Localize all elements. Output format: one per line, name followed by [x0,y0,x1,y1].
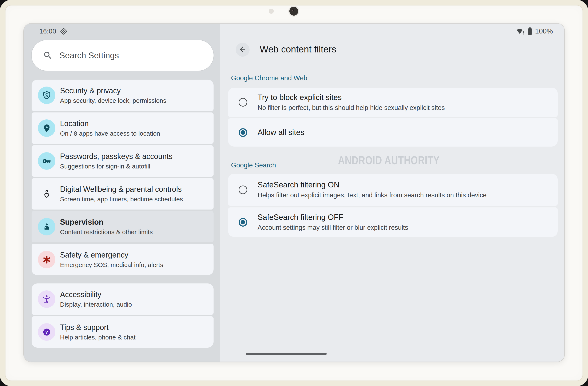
clock-text: 16:00 [39,28,56,35]
sidebar-item-security-privacy[interactable]: Security & privacy App security, device … [32,80,213,111]
sidebar-item-sublabel: Suggestions for sign-in & autofill [60,163,172,170]
accessibility-person-icon [38,290,55,308]
cast-diamond-icon [60,27,68,35]
radio-try-block-explicit[interactable] [239,98,247,106]
battery-percent-text: 100% [535,27,553,35]
svg-text:?: ? [45,329,48,335]
battery-icon [528,27,532,35]
sidebar-item-safety-emergency[interactable]: Safety & emergency Emergency SOS, medica… [32,244,213,275]
sidebar-item-sublabel: Screen time, app timers, bedtime schedul… [60,196,183,203]
sidebar-item-sublabel: Emergency SOS, medical info, alerts [60,261,163,268]
sidebar-item-label: Passwords, passkeys & accounts [60,152,172,161]
gesture-navigation-handle[interactable] [246,353,327,355]
camera-lens [292,9,294,11]
option-safesearch-on[interactable]: SafeSearch filtering ON Helps filter out… [228,174,558,206]
option-title: SafeSearch filtering ON [258,181,486,189]
tablet-bezel: 16:00 [0,0,588,386]
sidebar-item-label: Supervision [60,218,153,227]
sidebar-item-sublabel: Help articles, phone & chat [60,334,136,341]
watermark-text: ANDROID AUTHORITY [338,153,440,167]
wifi-alert-icon [516,27,525,35]
page-title: Web content filters [260,44,336,55]
sidebar-item-label: Digital Wellbeing & parental controls [60,185,183,194]
sidebar-item-sublabel: App security, device lock, permissions [60,97,166,104]
option-subtitle: Account settings may still filter or blu… [258,224,408,231]
sidebar-item-sublabel: Display, interaction, audio [60,301,132,308]
sidebar-item-location[interactable]: Location On / 8 apps have access to loca… [32,112,213,144]
radio-allow-all-sites[interactable] [239,128,247,137]
back-arrow-icon [239,45,247,54]
sidebar-item-label: Location [60,119,160,128]
front-camera [289,7,298,16]
sidebar-item-label: Safety & emergency [60,251,163,260]
emergency-asterisk-icon [38,251,55,268]
option-subtitle: No filter is perfect, but this should he… [258,104,445,112]
settings-app-screen: 16:00 [24,24,565,362]
sidebar-item-accessibility[interactable]: Accessibility Display, interaction, audi… [32,284,213,315]
status-bar-left: 16:00 [39,27,68,35]
supervision-person-icon [38,218,55,235]
search-bar[interactable] [32,40,213,71]
status-bar-right: 100% [516,27,553,35]
search-icon [43,51,53,60]
section-label-google-search: Google Search [231,161,276,169]
google-search-options: SafeSearch filtering ON Helps filter out… [228,174,558,237]
search-input[interactable] [59,51,179,60]
option-safesearch-off[interactable]: SafeSearch filtering OFF Account setting… [228,207,558,237]
option-allow-all-sites[interactable]: Allow all sites [228,118,558,146]
web-content-filters-pane: 100% Web content filters Google Chrome a… [220,24,565,362]
sidebar-item-sublabel: On / 8 apps have access to location [60,130,160,137]
sidebar-item-label: Tips & support [60,323,136,332]
sidebar-item-supervision[interactable]: Supervision Content restrictions & other… [32,211,213,242]
wellbeing-heart-icon [38,185,55,203]
option-title: Try to block explicit sites [258,93,445,102]
question-mark-icon: ? [38,323,55,341]
sidebar-item-digital-wellbeing[interactable]: Digital Wellbeing & parental controls Sc… [32,178,213,209]
sidebar-item-label: Security & privacy [60,86,166,95]
section-label-chrome-web: Google Chrome and Web [231,74,307,82]
option-try-block-explicit[interactable]: Try to block explicit sites No filter is… [228,88,558,117]
option-subtitle: Helps filter out explicit images, text, … [258,191,486,199]
sidebar-item-passwords[interactable]: Passwords, passkeys & accounts Suggestio… [32,145,213,177]
settings-sidebar: 16:00 [24,24,220,362]
sidebar-item-tips-support[interactable]: ? Tips & support Help articles, phone & … [32,316,213,348]
key-icon [38,152,55,170]
sidebar-nav: Security & privacy App security, device … [32,80,213,348]
light-sensor-dot [269,9,274,14]
shield-icon [38,86,55,104]
radio-safesearch-on[interactable] [239,185,247,194]
option-title: SafeSearch filtering OFF [258,213,408,222]
radio-safesearch-off[interactable] [239,218,247,227]
sidebar-item-label: Accessibility [60,290,132,299]
option-title: Allow all sites [258,128,304,137]
sidebar-item-sublabel: Content restrictions & other limits [60,228,153,236]
back-button[interactable] [236,43,250,57]
location-pin-icon [38,119,55,137]
chrome-web-options: Try to block explicit sites No filter is… [228,88,558,146]
